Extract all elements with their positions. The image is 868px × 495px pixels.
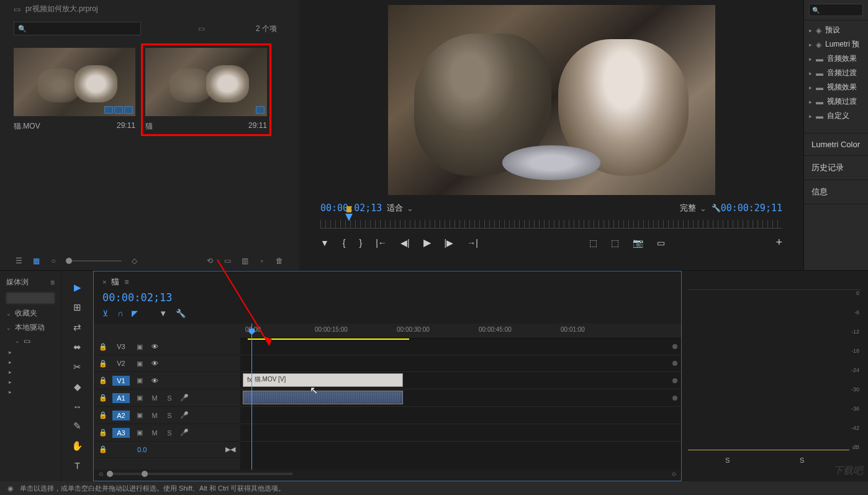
info-tab[interactable]: 信息 bbox=[804, 180, 868, 204]
rate-stretch-tool[interactable]: ✂ bbox=[73, 361, 81, 373]
comparison-view-button[interactable]: ▭ bbox=[657, 238, 665, 248]
settings-icon[interactable]: 🔧 bbox=[712, 204, 721, 212]
quality-dropdown[interactable]: 完整 bbox=[675, 201, 712, 215]
media-browser-subitem[interactable]: ▸ bbox=[0, 347, 61, 357]
ripple-edit-tool[interactable]: ⇄ bbox=[73, 322, 81, 333]
freeform-view-icon[interactable]: ○ bbox=[48, 256, 58, 266]
timeline-marker-icon[interactable]: ▼ bbox=[159, 309, 167, 318]
thumbnail-size-slider[interactable] bbox=[66, 260, 122, 261]
timeline-track-area[interactable]: 00:00 00:00:15:00 00:00:30:00 00:00:45:0… bbox=[240, 324, 681, 470]
collapse-icon[interactable]: ▶◀ bbox=[225, 445, 235, 453]
effects-tree-item[interactable]: ▸◈Lumetri 预 bbox=[804, 37, 868, 52]
effects-search-input[interactable]: 🔍 bbox=[809, 4, 863, 16]
type-tool[interactable]: T bbox=[75, 460, 80, 471]
sequence-menu-icon[interactable]: ≡ bbox=[124, 278, 129, 286]
media-browser-subitem[interactable]: ▸ bbox=[0, 367, 61, 377]
go-to-in-button[interactable]: |← bbox=[376, 238, 387, 248]
auto-sequence-icon[interactable]: ⟲ bbox=[205, 256, 215, 266]
add-marker-button[interactable]: ▼ bbox=[320, 238, 329, 248]
sync-lock-icon[interactable]: ▣ bbox=[135, 429, 145, 437]
project-item-selected[interactable]: 猫 29:11 bbox=[141, 43, 271, 136]
track-header-master[interactable]: 🔒 0.0 ▶◀ bbox=[94, 442, 240, 458]
effects-tree-item[interactable]: ▸▬视频过渡 bbox=[804, 94, 868, 109]
effects-tree-item[interactable]: ▸▬视频效果 bbox=[804, 80, 868, 94]
lumetri-color-tab[interactable]: Lumetri Color bbox=[804, 134, 868, 156]
track-header-v2[interactable]: 🔒 V2 ▣ 👁 bbox=[94, 355, 240, 372]
sync-lock-icon[interactable]: ▣ bbox=[135, 343, 145, 351]
linked-selection-icon[interactable]: ∩ bbox=[117, 309, 123, 318]
lock-icon[interactable]: 🔒 bbox=[99, 343, 107, 351]
lock-icon[interactable]: 🔒 bbox=[99, 429, 107, 437]
track-header-a3[interactable]: 🔒 A3 ▣ M S 🎤 bbox=[94, 424, 240, 442]
find-icon[interactable]: ▭ bbox=[222, 256, 232, 266]
timeline-zoom-slider[interactable] bbox=[107, 473, 293, 475]
sort-icon[interactable]: ◇ bbox=[129, 256, 139, 266]
sync-lock-icon[interactable]: ▣ bbox=[135, 360, 145, 368]
step-back-button[interactable]: ◀| bbox=[400, 238, 410, 248]
new-bin-icon[interactable]: ▭ bbox=[198, 24, 205, 33]
track-lane-v3[interactable] bbox=[240, 338, 681, 355]
mute-button[interactable]: M bbox=[150, 412, 160, 419]
solo-button[interactable]: S bbox=[165, 429, 174, 437]
solo-indicator[interactable]: S bbox=[800, 456, 804, 464]
track-lane-a3[interactable] bbox=[240, 424, 681, 442]
media-browser-item[interactable]: ⌄本地驱动 bbox=[0, 320, 61, 335]
export-frame-button[interactable]: 📷 bbox=[633, 238, 643, 248]
effects-tree-item[interactable]: ▸▬自定义 bbox=[804, 109, 868, 123]
track-lane-v1[interactable]: fx猫.MOV [V] bbox=[240, 372, 681, 389]
zoom-fit-dropdown[interactable]: 适合 bbox=[382, 201, 418, 215]
lock-icon[interactable]: 🔒 bbox=[99, 360, 107, 368]
effects-tree-item[interactable]: ▸▬音频效果 bbox=[804, 52, 868, 66]
track-header-v3[interactable]: 🔒 V3 ▣ 👁 bbox=[94, 338, 240, 355]
effects-tree-item[interactable]: ▸◈预设 bbox=[804, 23, 868, 37]
voice-over-icon[interactable]: 🎤 bbox=[179, 394, 189, 402]
snap-icon[interactable]: ⊻ bbox=[102, 309, 109, 318]
mute-button[interactable]: M bbox=[150, 429, 160, 437]
icon-view-icon[interactable]: ▦ bbox=[31, 256, 41, 266]
track-header-a2[interactable]: 🔒 A2 ▣ M S 🎤 bbox=[94, 407, 240, 424]
timeline-settings-icon[interactable]: 🔧 bbox=[176, 309, 186, 318]
sync-lock-icon[interactable]: ▣ bbox=[135, 376, 145, 384]
mark-out-button[interactable]: } bbox=[359, 238, 363, 248]
eye-icon[interactable]: 👁 bbox=[150, 377, 160, 384]
media-browser-subitem[interactable]: ▸ bbox=[0, 387, 61, 397]
lock-icon[interactable]: 🔒 bbox=[99, 445, 107, 453]
pen-tool[interactable]: ✎ bbox=[73, 420, 81, 432]
program-scrubber[interactable] bbox=[308, 217, 795, 231]
panel-menu-icon[interactable]: ≡ bbox=[50, 278, 55, 287]
track-lane-v2[interactable] bbox=[240, 355, 681, 372]
mark-in-button[interactable]: { bbox=[343, 238, 346, 248]
media-browser-subitem[interactable]: ⌄▭ bbox=[0, 335, 61, 347]
history-tab[interactable]: 历史记录 bbox=[804, 156, 868, 180]
time-ruler[interactable]: 00:00 00:00:15:00 00:00:30:00 00:00:45:0… bbox=[240, 324, 681, 338]
track-lane-a2[interactable] bbox=[240, 407, 681, 424]
project-search-input[interactable]: 🔍 bbox=[14, 22, 141, 35]
solo-button[interactable]: S bbox=[165, 394, 174, 402]
new-item-button[interactable]: ▫ bbox=[257, 256, 267, 266]
track-lane-a1[interactable] bbox=[240, 389, 681, 407]
media-browser-item[interactable]: ⌄收藏夹 bbox=[0, 306, 61, 320]
program-viewer[interactable] bbox=[388, 5, 715, 195]
track-select-tool[interactable]: ⊞ bbox=[73, 302, 81, 313]
mute-button[interactable]: M bbox=[150, 394, 160, 402]
lift-button[interactable]: ⬚ bbox=[589, 238, 597, 248]
extract-button[interactable]: ⬚ bbox=[611, 238, 619, 248]
media-browser-subitem[interactable]: ▸ bbox=[0, 377, 61, 387]
track-header-a1[interactable]: 🔒 A1 ▣ M S 🎤 bbox=[94, 389, 240, 407]
delete-icon[interactable]: 🗑 bbox=[274, 256, 284, 266]
voice-over-icon[interactable]: 🎤 bbox=[179, 429, 189, 437]
lock-icon[interactable]: 🔒 bbox=[99, 411, 107, 419]
lock-icon[interactable]: 🔒 bbox=[99, 376, 107, 384]
rolling-edit-tool[interactable]: ⬌ bbox=[73, 342, 81, 353]
audio-clip[interactable] bbox=[243, 391, 403, 404]
play-button[interactable]: ▶ bbox=[423, 237, 431, 248]
eye-icon[interactable]: 👁 bbox=[150, 360, 160, 367]
project-item[interactable]: 猫.MOV 29:11 bbox=[14, 48, 135, 132]
sync-lock-icon[interactable]: ▣ bbox=[135, 394, 145, 402]
razor-tool[interactable]: ◆ bbox=[74, 381, 81, 393]
timeline-playhead[interactable] bbox=[251, 324, 252, 470]
eye-icon[interactable]: 👁 bbox=[150, 343, 160, 350]
solo-button[interactable]: S bbox=[165, 412, 174, 419]
button-editor-icon[interactable]: + bbox=[775, 236, 782, 249]
add-marker-icon[interactable]: ◤ bbox=[132, 309, 138, 318]
